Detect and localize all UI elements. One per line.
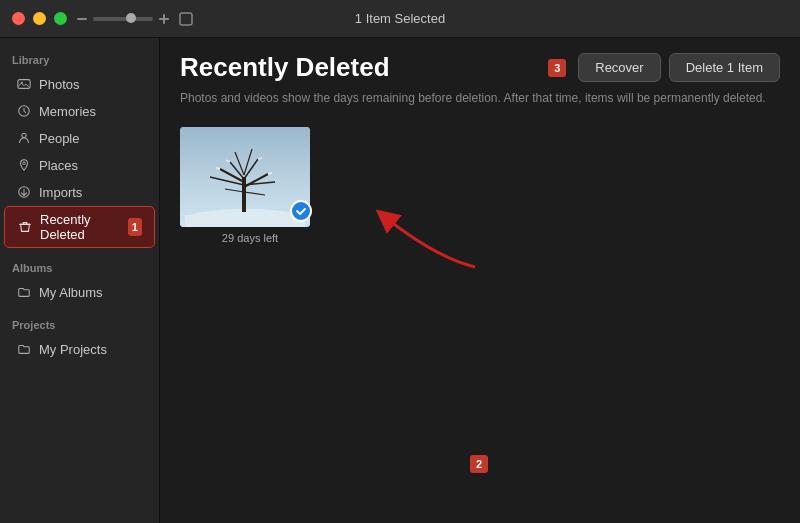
albums-section-label: Albums: [0, 254, 159, 278]
window-title: 1 Item Selected: [355, 11, 445, 26]
close-button[interactable]: [12, 12, 25, 25]
svg-rect-2: [163, 14, 165, 24]
svg-line-26: [258, 158, 262, 159]
people-icon: [16, 130, 32, 146]
sidebar-item-memories[interactable]: Memories: [4, 98, 155, 124]
svg-line-23: [216, 168, 220, 169]
app-body: Library Photos Memories People Places: [0, 38, 800, 523]
sidebar-item-my-albums[interactable]: My Albums: [4, 279, 155, 305]
sidebar-item-recently-deleted[interactable]: Recently Deleted 1: [4, 206, 155, 248]
places-icon: [16, 157, 32, 173]
annotation-badge-1: 1: [128, 218, 142, 236]
memories-icon: [16, 103, 32, 119]
folder-icon: [16, 284, 32, 300]
window-controls: [12, 12, 67, 25]
sidebar-item-people-label: People: [39, 131, 79, 146]
subtext: Photos and videos show the days remainin…: [180, 91, 780, 105]
sidebar-item-photos[interactable]: Photos: [4, 71, 155, 97]
trash-icon: [17, 219, 33, 235]
content-header: Recently Deleted 3 Recover Delete 1 Item…: [160, 38, 800, 117]
projects-folder-icon: [16, 341, 32, 357]
photo-area: 29 days left 2: [160, 117, 800, 523]
annotation-arrow: [315, 177, 535, 297]
sidebar: Library Photos Memories People Places: [0, 38, 160, 523]
minimize-button[interactable]: [33, 12, 46, 25]
delete-button[interactable]: Delete 1 Item: [669, 53, 780, 82]
maximize-button[interactable]: [54, 12, 67, 25]
sidebar-item-people[interactable]: People: [4, 125, 155, 151]
sidebar-item-memories-label: Memories: [39, 104, 96, 119]
page-title: Recently Deleted: [180, 52, 390, 83]
recover-button[interactable]: Recover: [578, 53, 660, 82]
svg-rect-3: [180, 13, 192, 25]
main-content: Recently Deleted 3 Recover Delete 1 Item…: [160, 38, 800, 523]
zoom-slider-area: [75, 12, 193, 26]
projects-section-label: Projects: [0, 311, 159, 335]
sidebar-item-places[interactable]: Places: [4, 152, 155, 178]
svg-line-24: [268, 173, 272, 174]
annotation-badge-2: 2: [470, 455, 488, 473]
sidebar-item-my-projects[interactable]: My Projects: [4, 336, 155, 362]
sidebar-item-places-label: Places: [39, 158, 78, 173]
sidebar-item-photos-label: Photos: [39, 77, 79, 92]
library-section-label: Library: [0, 46, 159, 70]
photo-thumbnail[interactable]: 29 days left: [180, 127, 320, 244]
titlebar: 1 Item Selected: [0, 0, 800, 38]
svg-rect-0: [77, 18, 87, 20]
sidebar-item-my-albums-label: My Albums: [39, 285, 103, 300]
svg-rect-11: [185, 215, 305, 227]
photo-icon: [16, 76, 32, 92]
sidebar-item-imports[interactable]: Imports: [4, 179, 155, 205]
sidebar-item-my-projects-label: My Projects: [39, 342, 107, 357]
imports-icon: [16, 184, 32, 200]
checkmark-badge: [290, 200, 312, 222]
annotation-badge-3: 3: [548, 59, 566, 77]
photo-days-label: 29 days left: [180, 232, 320, 244]
header-top: Recently Deleted 3 Recover Delete 1 Item: [180, 52, 780, 83]
sidebar-item-recently-deleted-label: Recently Deleted: [40, 212, 119, 242]
sidebar-item-imports-label: Imports: [39, 185, 82, 200]
header-buttons: 3 Recover Delete 1 Item: [548, 53, 780, 82]
svg-point-7: [23, 162, 26, 165]
zoom-slider-track[interactable]: [93, 17, 153, 21]
svg-point-6: [22, 133, 26, 137]
